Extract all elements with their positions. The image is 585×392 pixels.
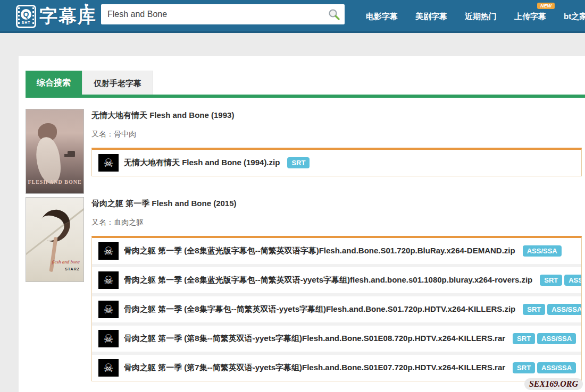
logo-subtext: SHT: [22, 21, 31, 24]
nav-item[interactable]: 近期热门: [465, 12, 497, 22]
search-button[interactable]: [323, 4, 345, 24]
tab-0[interactable]: 综合搜索: [26, 71, 82, 95]
subtitle-file-link[interactable]: 无情大地有情天 Flesh and Bone (1994).zip: [124, 158, 280, 168]
search-box: [101, 4, 345, 24]
nav-item-label: 近期热门: [465, 12, 497, 21]
page: Q SHT 字幕库 ♥ 电影字幕 美剧字幕 近期热门 上传字幕: [0, 0, 585, 392]
format-badge: ASS/SSA: [547, 304, 581, 315]
subtitle-row[interactable]: ☠ 骨肉之躯 第一季 (全8集字幕包--简繁英双语-yyets字幕组)Flesh…: [92, 296, 581, 326]
search-tabs: 综合搜索 仅射手老字幕: [26, 71, 153, 95]
format-badges: SRTASS/SSA: [538, 275, 581, 286]
movie-alias: 又名：血肉之躯: [91, 218, 582, 227]
search-result: FLESH AND BONE 无情大地有情天 Flesh and Bone (1…: [19, 106, 585, 176]
skull-icon: ☠: [98, 301, 119, 318]
logo-letter: Q: [21, 9, 31, 20]
film-strip-icon: Q SHT: [16, 5, 36, 28]
subtitle-row[interactable]: ☠ 骨肉之躯 第一季 (全8集蓝光版字幕包--简繁英双语-yyets字幕组)fl…: [92, 267, 581, 296]
subtitle-file-link[interactable]: 骨肉之躯 第一季 (第7集--简繁英双语-yyets字幕组)Flesh.and.…: [124, 363, 505, 373]
subtitle-row[interactable]: ☠ 无情大地有情天 Flesh and Bone (1994).zip SRT: [92, 150, 581, 176]
format-badges: SRTASS/SSA: [521, 304, 581, 315]
search-result: flesh and bone STARZ 骨肉之躯 第一季 Flesh and …: [19, 194, 585, 381]
format-badge: SRT: [540, 275, 562, 286]
content-card: 综合搜索 仅射手老字幕 FLESH AND BONE 无情大地有情天 Flesh…: [19, 56, 585, 392]
movie-poster[interactable]: flesh and bone STARZ: [26, 197, 84, 282]
subtitle-list-box: ☠ 骨肉之躯 第一季 (全8集蓝光版字幕包--简繁英双语字幕)Flesh.and…: [91, 236, 582, 381]
movie-alias: 又名：骨中肉: [91, 130, 582, 139]
skull-icon: ☠: [98, 154, 119, 172]
watermark: SEX169.ORG: [524, 378, 583, 390]
poster-caption: flesh and bone: [52, 259, 80, 265]
subtitle-list-box: ☠ 无情大地有情天 Flesh and Bone (1994).zip SRT: [91, 148, 582, 176]
nav-item-label: 美剧字幕: [415, 12, 447, 21]
site-logo[interactable]: Q SHT 字幕库 ♥: [16, 4, 97, 29]
skull-icon: ☠: [98, 242, 119, 260]
format-badge: ASS/SSA: [523, 245, 562, 257]
skull-icon: ☠: [98, 330, 119, 347]
search-icon: [328, 8, 340, 21]
main-nav: 电影字幕 美剧字幕 近期热门 上传字幕 NEW bt之家: [366, 0, 585, 33]
format-badges: SRTASS/SSA: [511, 362, 576, 373]
format-badge: SRT: [513, 362, 535, 373]
nav-item[interactable]: bt之家: [564, 12, 585, 22]
tab-1[interactable]: 仅射手老字幕: [82, 71, 153, 95]
nav-item[interactable]: 美剧字幕: [415, 12, 447, 22]
subtitle-file-link[interactable]: 骨肉之躯 第一季 (全8集字幕包--简繁英双语-yyets字幕组)Flesh.a…: [124, 304, 515, 314]
nav-item[interactable]: 电影字幕: [366, 12, 398, 22]
results-list: FLESH AND BONE 无情大地有情天 Flesh and Bone (1…: [19, 106, 585, 392]
subtitle-row[interactable]: ☠ 骨肉之躯 第一季 (第8集--简繁英双语-yyets字幕组)Flesh.an…: [92, 326, 581, 355]
nav-item[interactable]: 上传字幕 NEW: [514, 12, 546, 22]
format-badges: SRT: [285, 157, 310, 168]
format-badges: ASS/SSA: [521, 245, 562, 257]
format-badges: SRTASS/SSA: [511, 333, 576, 344]
new-badge: NEW: [537, 3, 555, 9]
format-badge: ASS/SSA: [537, 362, 576, 373]
poster-caption: FLESH AND BONE: [26, 179, 83, 185]
subtitle-file-link[interactable]: 骨肉之躯 第一季 (第8集--简繁英双语-yyets字幕组)Flesh.and.…: [124, 334, 505, 344]
tab-underline-bar: [26, 95, 585, 98]
nav-item-label: 电影字幕: [366, 12, 398, 21]
format-badge: ASS/SSA: [537, 333, 576, 344]
poster-network-logo: STARZ: [65, 267, 80, 271]
skull-icon: ☠: [98, 271, 119, 289]
search-input[interactable]: [101, 4, 323, 24]
format-badge: SRT: [287, 157, 310, 168]
nav-item-label: bt之家: [564, 12, 585, 21]
format-badge: SRT: [523, 304, 545, 315]
format-badge: ASS/SSA: [564, 275, 581, 286]
nav-item-label: 上传字幕: [514, 12, 546, 21]
skull-icon: ☠: [98, 359, 119, 377]
format-badge: SRT: [513, 333, 535, 344]
movie-title-link[interactable]: 无情大地有情天 Flesh and Bone (1993): [91, 106, 582, 121]
site-header: Q SHT 字幕库 ♥ 电影字幕 美剧字幕 近期热门 上传字幕: [0, 0, 585, 33]
subtitle-row[interactable]: ☠ 骨肉之躯 第一季 (全8集蓝光版字幕包--简繁英双语字幕)Flesh.and…: [92, 238, 581, 267]
movie-poster[interactable]: FLESH AND BONE: [26, 109, 84, 194]
subtitle-file-link[interactable]: 骨肉之躯 第一季 (全8集蓝光版字幕包--简繁英双语字幕)Flesh.and.B…: [124, 246, 515, 256]
movie-title-link[interactable]: 骨肉之躯 第一季 Flesh and Bone (2015): [91, 194, 582, 209]
subtitle-row[interactable]: ☠ 骨肉之躯 第一季 (第7集--简繁英双语-yyets字幕组)Flesh.an…: [92, 355, 581, 381]
subtitle-file-link[interactable]: 骨肉之躯 第一季 (全8集蓝光版字幕包--简繁英双语-yyets字幕组)fles…: [124, 275, 532, 285]
brand-name: 字幕库: [39, 4, 97, 29]
